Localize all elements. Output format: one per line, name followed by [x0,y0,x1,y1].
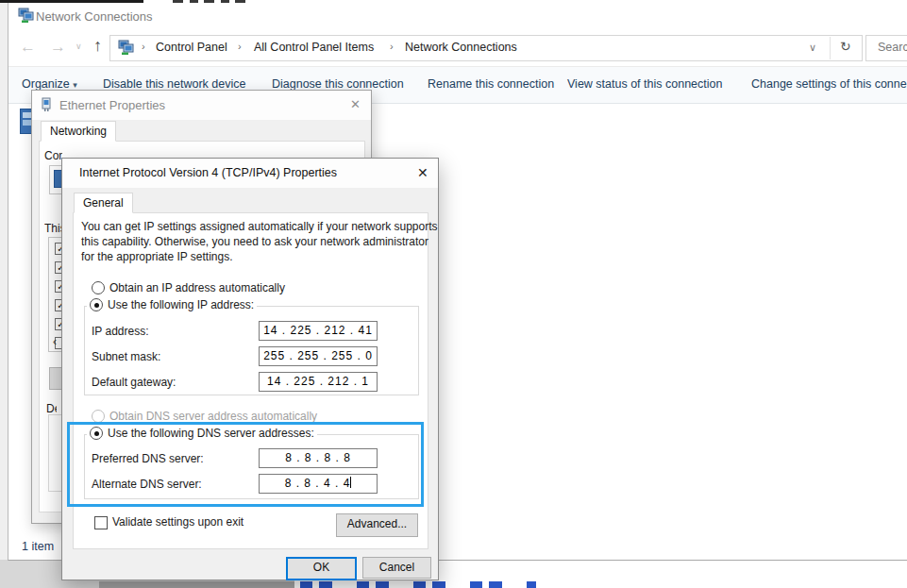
breadcrumb-control-panel[interactable]: Control Panel [156,41,227,54]
tab-networking[interactable]: Networking [41,121,116,142]
preferred-dns-label: Preferred DNS server: [92,452,204,465]
ok-button[interactable]: OK [286,557,357,580]
breadcrumb-separator-icon: › [142,41,145,52]
alternate-dns-value: 8 . 8 . 4 . 4 [285,477,351,490]
ethernet-adapter-icon [40,97,53,116]
preferred-dns-field[interactable]: 8 . 8 . 8 . 8 [259,448,378,468]
search-box[interactable]: Search [865,35,907,61]
ethernet-close-icon[interactable]: ✕ [350,97,361,111]
ethernet-dialog-title: Ethernet Properties [59,98,165,112]
up-icon[interactable]: ↑ [93,38,102,54]
ip-address-label: IP address: [92,325,148,338]
toolbar-disable-device[interactable]: Disable this network device [103,77,245,91]
scroll-left-icon[interactable]: ‹ [53,335,57,348]
radio-use-following-dns[interactable]: Use the following DNS server addresses: [87,427,317,440]
validate-settings-label[interactable]: Validate settings upon exit [112,515,244,529]
toolbar-view-status[interactable]: View status of this connection [567,77,722,91]
organize-label: Organize [22,77,70,91]
intro-text: You can get IP settings assigned automat… [81,219,438,264]
window-titlebar: Network Connections [8,3,907,30]
alternate-dns-field[interactable]: 8 . 8 . 4 . 4 [259,474,378,494]
advanced-button[interactable]: Advanced... [336,513,418,537]
connection-items-label: This connection uses the following items… [44,222,62,236]
search-input[interactable]: Search [878,41,907,54]
recent-locations-chevron-icon[interactable]: ∨ [76,42,82,51]
radio-use-following-dns-label: Use the following DNS server addresses: [108,427,314,440]
breadcrumb-separator-icon: › [238,41,242,52]
left-desktop-strip [0,0,8,588]
window-title: Network Connections [36,9,153,24]
desktop-dark-block [99,581,294,588]
network-connections-icon [18,8,34,27]
clipped-background-links [300,581,536,588]
ipv4-dialog-titlebar: Internet Protocol Version 4 (TCP/IPv4) P… [62,159,438,188]
breadcrumb-network-connections[interactable]: Network Connections [405,41,517,54]
toolbar-rename-connection[interactable]: Rename this connection [428,77,554,91]
address-divider [830,37,831,59]
screen: Network Connections ← → ∨ ↑ › [0,0,907,588]
alternate-dns-label: Alternate DNS server: [92,478,202,491]
breadcrumb-separator-icon: › [390,41,394,52]
status-bar-item-count: 1 item [22,540,54,553]
default-gateway-field[interactable]: 14 . 225 . 212 . 1 [259,372,378,392]
radio-obtain-dns-label[interactable]: Obtain DNS server address automatically [109,410,317,423]
tab-general[interactable]: General [74,193,133,213]
refresh-icon[interactable]: ↻ [840,39,851,54]
address-location-icon [118,40,134,59]
text-caret [350,477,351,488]
radio-obtain-ip-label[interactable]: Obtain an IP address automatically [109,281,285,294]
ip-address-field[interactable]: 14 . 225 . 212 . 41 [259,321,378,341]
intro-line-3: for the appropriate IP settings. [81,249,438,264]
ipv4-dialog-title: Internet Protocol Version 4 (TCP/IPv4) P… [79,166,337,179]
forward-icon[interactable]: → [50,39,66,55]
address-bar[interactable]: › Control Panel › All Control Panel Item… [109,35,863,61]
radio-obtain-ip-automatically[interactable] [92,281,105,294]
toolbar-change-settings[interactable]: Change settings of this connection [751,77,907,91]
ethernet-dialog-titlebar: Ethernet Properties ✕ [32,91,371,120]
cancel-button[interactable]: Cancel [362,557,431,579]
ipv4-close-icon[interactable]: ✕ [417,165,428,180]
radio-use-following-dns-circle[interactable] [90,427,103,440]
toolbar-diagnose-connection[interactable]: Diagnose this connection [272,77,404,91]
subnet-mask-field[interactable]: 255 . 255 . 255 . 0 [259,346,378,366]
radio-use-following-ip[interactable]: Use the following IP address: [87,298,257,311]
back-icon[interactable]: ← [20,39,36,55]
connect-using-label: Connect using: [44,149,62,163]
ipv4-properties-dialog: Internet Protocol Version 4 (TCP/IPv4) P… [61,158,439,580]
radio-use-following-ip-circle[interactable] [90,298,103,311]
address-dropdown-icon[interactable]: ∨ [809,42,816,54]
validate-settings-checkbox[interactable] [94,516,108,529]
default-gateway-label: Default gateway: [92,376,176,389]
radio-obtain-dns-automatically[interactable] [92,410,105,423]
intro-line-2: this capability. Otherwise, you need to … [81,234,438,249]
subnet-mask-label: Subnet mask: [92,350,160,363]
radio-use-following-ip-label: Use the following IP address: [108,298,254,311]
intro-line-1: You can get IP settings assigned automat… [81,219,438,234]
navigation-bar: ← → ∨ ↑ › Control Panel › All [8,30,907,66]
menu-arrow-icon: ▾ [73,80,77,90]
toolbar-organize[interactable]: Organize ▾ [22,77,77,91]
breadcrumb-all-control-panel-items[interactable]: All Control Panel Items [254,41,374,54]
